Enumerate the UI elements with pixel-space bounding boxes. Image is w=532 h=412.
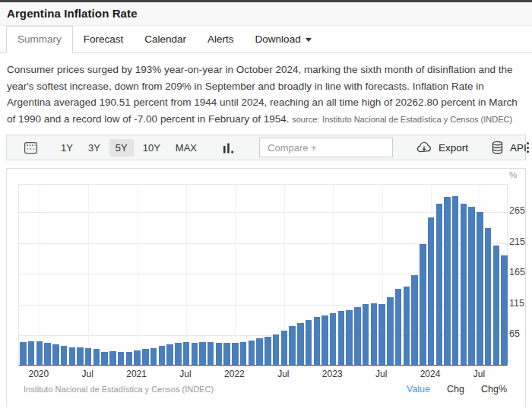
range-max-button[interactable]: MAX [169, 139, 203, 157]
bar[interactable] [77, 347, 84, 365]
bar[interactable] [101, 352, 108, 365]
bar[interactable] [306, 320, 312, 365]
bar[interactable] [264, 337, 271, 365]
bar[interactable] [314, 317, 321, 365]
bar[interactable] [420, 244, 426, 365]
api-button[interactable]: API [491, 141, 527, 155]
range-3y-button[interactable]: 3Y [82, 139, 106, 157]
summary-paragraph: Consumer prices surged by 193% year-on-y… [0, 53, 532, 128]
bar[interactable] [85, 348, 92, 365]
bar[interactable] [183, 342, 190, 365]
bar[interactable] [109, 351, 116, 365]
bar[interactable] [44, 343, 51, 365]
bar[interactable] [273, 334, 280, 365]
bar[interactable] [216, 343, 223, 365]
bar[interactable] [289, 326, 296, 365]
bar[interactable] [159, 346, 166, 365]
inflation-bar-chart[interactable] [18, 184, 508, 366]
bar[interactable] [436, 204, 443, 365]
bar[interactable] [444, 197, 451, 365]
bar[interactable] [321, 315, 328, 365]
bar[interactable] [428, 217, 435, 365]
bar[interactable] [142, 349, 149, 365]
bar[interactable] [126, 352, 133, 365]
bar[interactable] [371, 303, 378, 366]
bar[interactable] [493, 246, 500, 365]
bar[interactable] [36, 341, 43, 365]
bar[interactable] [150, 348, 157, 365]
bar[interactable] [411, 275, 418, 365]
compare-input[interactable] [259, 138, 393, 157]
source-name: Instituto Nacional de Estadística y Cens… [322, 115, 512, 124]
chart-type-icon[interactable] [223, 141, 235, 154]
chart-mode-links: Value Chg Chg% [407, 384, 507, 395]
bar[interactable] [461, 204, 467, 365]
bar[interactable] [166, 344, 173, 365]
chart-panel: % 65115165215265 2020Jul2021Jul2022Jul20… [6, 168, 526, 407]
range-selector: 1Y 3Y 5Y 10Y MAX [55, 139, 203, 157]
chgpct-link[interactable]: Chg% [481, 384, 507, 395]
bar[interactable] [297, 323, 304, 365]
bar[interactable] [20, 342, 27, 365]
x-tick-label: 2024 [420, 369, 441, 379]
chart-toolbar: 1Y 3Y 5Y 10Y MAX Export [6, 135, 526, 160]
page-header: Argentina Inflation Rate [0, 2, 532, 26]
v-gridline [88, 185, 89, 365]
value-link[interactable]: Value [407, 384, 430, 395]
bar[interactable] [223, 343, 230, 365]
bar[interactable] [477, 212, 483, 365]
chg-link[interactable]: Chg [447, 384, 464, 395]
bar[interactable] [192, 343, 198, 365]
bar[interactable] [338, 311, 345, 365]
calendar-icon[interactable] [24, 141, 38, 155]
tab-download[interactable]: Download [245, 27, 322, 52]
bar[interactable] [330, 313, 337, 365]
bar[interactable] [118, 352, 125, 365]
chevron-down-icon [306, 38, 312, 42]
y-tick-label: 65 [509, 328, 532, 339]
bar[interactable] [199, 342, 206, 365]
bar[interactable] [232, 343, 239, 365]
bar[interactable] [61, 346, 68, 365]
export-button[interactable]: Export [416, 141, 468, 154]
bar[interactable] [28, 341, 35, 365]
bar[interactable] [468, 207, 475, 365]
bar[interactable] [134, 350, 141, 365]
chart-source-attribution: Instituto Nacional de Estadística y Cens… [24, 385, 214, 394]
v-gridline [235, 185, 236, 365]
bar[interactable] [404, 287, 410, 365]
range-10y-button[interactable]: 10Y [137, 139, 166, 157]
bar[interactable] [363, 304, 369, 365]
v-gridline [138, 185, 138, 365]
more-options-icon[interactable] [527, 142, 529, 153]
x-tick-label: Jul [473, 369, 485, 379]
x-tick-label: 2020 [28, 369, 49, 379]
api-label: API [510, 142, 527, 154]
bar[interactable] [378, 304, 385, 365]
y-tick-label: 165 [509, 267, 532, 277]
x-tick-label: 2023 [322, 369, 343, 379]
bar[interactable] [69, 347, 76, 365]
bar[interactable] [354, 307, 361, 365]
tab-alerts[interactable]: Alerts [197, 27, 245, 52]
bar[interactable] [387, 297, 394, 365]
bar[interactable] [175, 343, 182, 365]
bar[interactable] [249, 341, 255, 365]
bar[interactable] [52, 344, 59, 365]
bar[interactable] [452, 196, 459, 365]
bar[interactable] [346, 310, 353, 365]
range-5y-button[interactable]: 5Y [109, 139, 134, 157]
bar[interactable] [395, 289, 402, 365]
bar[interactable] [281, 331, 288, 365]
bar[interactable] [207, 342, 214, 365]
tab-forecast[interactable]: Forecast [73, 27, 135, 52]
bar[interactable] [240, 342, 247, 365]
bar[interactable] [501, 255, 508, 365]
tab-summary[interactable]: Summary [6, 26, 73, 53]
tab-calendar[interactable]: Calendar [134, 27, 197, 52]
bar[interactable] [93, 349, 100, 365]
y-tick-label: 215 [509, 236, 532, 247]
bar[interactable] [485, 228, 492, 365]
range-1y-button[interactable]: 1Y [55, 139, 79, 157]
bar[interactable] [256, 338, 263, 365]
